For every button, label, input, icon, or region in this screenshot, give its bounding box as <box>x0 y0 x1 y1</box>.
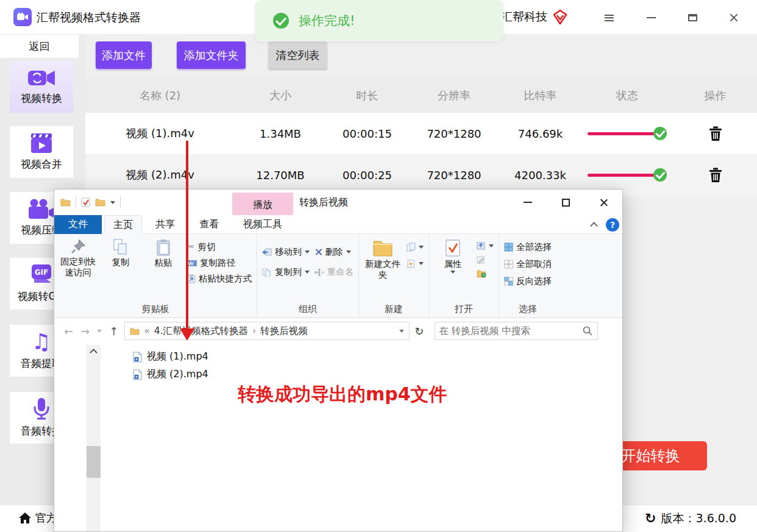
maximize-button[interactable] <box>678 0 706 35</box>
tab-play[interactable]: 播放 <box>232 193 293 215</box>
explorer-content: 视频 (1).mp4 视频 (2).mp4 <box>54 341 622 532</box>
properties-button[interactable]: 属性 <box>434 236 472 274</box>
history-button[interactable] <box>477 269 494 278</box>
edit-button[interactable] <box>477 255 494 264</box>
col-action: 操作 <box>673 88 757 103</box>
explorer-close-button[interactable] <box>586 190 621 215</box>
nav-back-button[interactable]: ← <box>64 325 73 338</box>
cell-action <box>673 126 757 141</box>
explorer-title: 转换后视频 <box>299 196 348 209</box>
tab-file[interactable]: 文件 <box>54 215 102 234</box>
paste-shortcut-button[interactable]: 粘贴快捷方式 <box>187 273 252 285</box>
qat-dropdown-icon[interactable] <box>110 201 115 204</box>
new-folder-quick-icon[interactable] <box>95 198 105 207</box>
annotation-text: 转换成功导出的mp4文件 <box>238 382 447 407</box>
delete-x-icon <box>315 248 322 256</box>
cut-button[interactable]: ✂剪切 <box>187 241 252 253</box>
sidebar-item-video-merge[interactable]: 视频合并 <box>10 126 73 178</box>
select-all-button[interactable]: 全部选择 <box>504 241 552 253</box>
easy-access-button[interactable] <box>407 259 424 268</box>
add-folder-button[interactable]: 添加文件夹 <box>177 41 246 69</box>
col-duration: 时长 <box>326 88 408 103</box>
close-icon <box>599 198 608 207</box>
maximize-icon <box>562 199 570 207</box>
paste-button[interactable]: 粘贴 <box>144 236 182 268</box>
history-icon <box>477 269 486 278</box>
copy-button[interactable]: 复制 <box>102 236 140 268</box>
version-info: ↻ 版本：3.6.0.0 <box>645 511 736 527</box>
cell-size: 12.70MB <box>235 169 326 182</box>
close-button[interactable] <box>720 0 748 35</box>
file-name: 视频 (2).mp4 <box>147 368 208 381</box>
cell-action <box>673 168 757 183</box>
address-bar[interactable]: « 4.汇帮视频格式转换器 › 转换后视频 <box>124 322 410 340</box>
search-input[interactable] <box>435 325 582 336</box>
dropdown-icon <box>305 271 310 274</box>
select-none-button[interactable]: 全部取消 <box>504 258 552 270</box>
annotation-arrow-head <box>180 328 194 341</box>
tab-share[interactable]: 共享 <box>147 215 183 234</box>
dropdown-icon <box>489 244 494 247</box>
col-resolution: 分辨率 <box>408 88 500 103</box>
clear-list-button[interactable]: 清空列表 <box>268 41 327 69</box>
invert-selection-icon <box>504 277 513 286</box>
invert-selection-button[interactable]: 反向选择 <box>504 275 552 287</box>
copy-to-button[interactable]: 复制到 <box>262 266 310 278</box>
menu-button[interactable]: ≡ <box>595 0 623 35</box>
ribbon-group-select: 全部选择 全部取消 反向选择 选择 <box>499 234 556 317</box>
sidebar-back-button[interactable]: 返回 <box>0 35 79 58</box>
new-item-button[interactable] <box>407 243 424 252</box>
app-logo-icon <box>13 8 32 26</box>
app-window: 汇帮视频格式转换器 汇帮科技 ≡ 返回 视频转换 视频合并 视频压缩 GIF 视… <box>0 0 757 532</box>
delete-button[interactable]: 删除 <box>315 246 354 258</box>
new-folder-button[interactable]: 新建文件夹 <box>364 236 402 280</box>
folder-icon <box>60 198 71 207</box>
pin-to-quick-access-button[interactable]: 固定到快速访问 <box>59 236 97 278</box>
update-icon[interactable]: ↻ <box>645 512 656 525</box>
minimize-button[interactable] <box>637 0 665 35</box>
version-label: 版本：3.6.0.0 <box>661 511 736 527</box>
success-check-icon <box>653 127 667 140</box>
tab-video-tools[interactable]: 视频工具 <box>232 215 293 234</box>
move-to-button[interactable]: 移动到 <box>262 246 310 258</box>
microphone-icon <box>32 397 51 420</box>
breadcrumb-ellipsis[interactable]: « <box>144 325 149 336</box>
nav-recent-dropdown-icon[interactable] <box>97 330 102 333</box>
tab-view[interactable]: 查看 <box>191 215 227 234</box>
home-icon <box>18 512 32 524</box>
scrollbar-thumb[interactable] <box>87 446 101 478</box>
rename-button[interactable]: 重命名 <box>315 266 354 278</box>
open-button[interactable] <box>477 241 494 250</box>
nav-up-button[interactable]: ↑ <box>109 325 118 338</box>
help-button[interactable]: ? <box>603 215 622 234</box>
dropdown-icon <box>305 250 310 254</box>
file-item[interactable]: 视频 (1).mp4 <box>132 350 208 363</box>
scroll-up-icon[interactable] <box>90 349 98 356</box>
ribbon-group-new: 新建文件夹 新建 <box>359 234 429 317</box>
dropdown-icon <box>450 271 455 274</box>
tab-home[interactable]: 主页 <box>104 215 142 234</box>
dropdown-icon <box>419 246 424 249</box>
explorer-maximize-button[interactable] <box>548 190 583 215</box>
file-item[interactable]: 视频 (2).mp4 <box>132 368 208 381</box>
collapse-ribbon-button[interactable] <box>583 215 604 234</box>
search-icon[interactable] <box>582 325 593 336</box>
nav-forward-button[interactable]: → <box>80 325 90 338</box>
breadcrumb-segment[interactable]: 4.汇帮视频格式转换器 <box>154 325 248 338</box>
add-file-button[interactable]: 添加文件 <box>96 41 152 69</box>
address-dropdown-icon[interactable] <box>399 330 404 333</box>
copy-path-button[interactable]: 复制路径 <box>187 257 252 269</box>
move-to-icon <box>262 248 272 257</box>
explorer-minimize-button[interactable] <box>510 190 546 215</box>
explorer-window: 播放 转换后视频 文件 主页 共享 查看 视频工具 ? 固定到快速访问 <box>54 189 623 532</box>
nav-pane-scrollbar[interactable] <box>87 345 101 532</box>
properties-check-icon[interactable] <box>81 197 90 207</box>
divider <box>76 197 76 208</box>
delete-row-button[interactable] <box>709 168 722 183</box>
ribbon-group-open: 属性 <box>429 234 499 317</box>
sidebar-item-video-convert[interactable]: 视频转换 <box>10 61 73 113</box>
delete-row-button[interactable] <box>709 126 722 141</box>
refresh-button[interactable]: ↻ <box>410 325 430 338</box>
breadcrumb-segment[interactable]: 转换后视频 <box>260 325 308 338</box>
search-box[interactable] <box>435 322 598 340</box>
